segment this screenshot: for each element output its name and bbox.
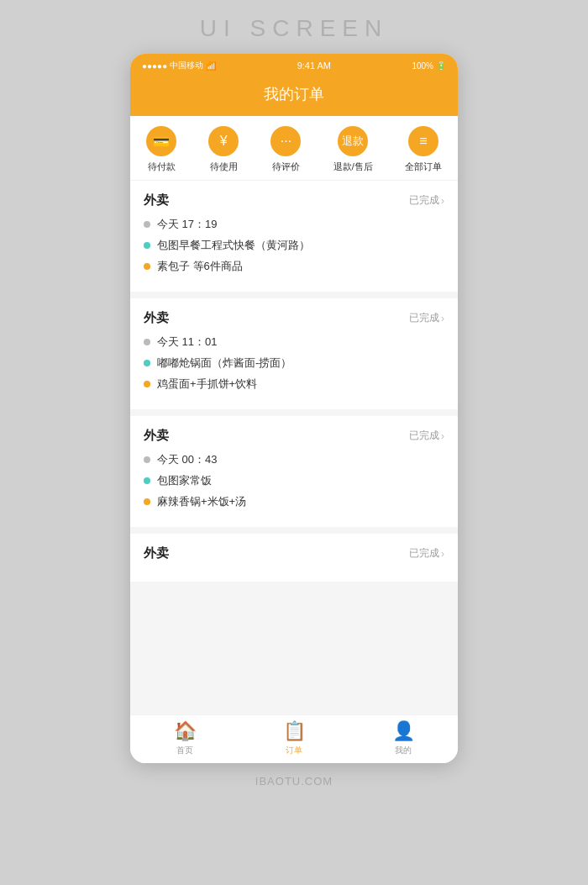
chevron-icon-4: › bbox=[441, 548, 444, 560]
all-orders-icon: ≡ bbox=[408, 126, 438, 156]
order-item-shop-3: 包图家常饭 bbox=[144, 473, 444, 488]
order-time-3: 今天 00：43 bbox=[157, 452, 218, 467]
dot-gray-3 bbox=[144, 456, 150, 463]
status-time: 9:41 AM bbox=[297, 61, 331, 71]
order-header-4: 外卖 已完成 › bbox=[144, 545, 444, 561]
dot-teal-1 bbox=[144, 242, 150, 249]
nav-home-label: 首页 bbox=[176, 745, 193, 756]
order-item-goods-2: 鸡蛋面+手抓饼+饮料 bbox=[144, 377, 444, 392]
status-battery: 100% 🔋 bbox=[412, 61, 446, 71]
order-header-1: 外卖 已完成 › bbox=[144, 192, 444, 208]
order-status-4[interactable]: 已完成 › bbox=[409, 546, 444, 561]
dot-teal-3 bbox=[144, 477, 150, 484]
phone-frame: ●●●●● 中国移动 📶 9:41 AM 100% 🔋 我的订单 💳 待付款 ¥… bbox=[130, 54, 458, 763]
order-item-time-3: 今天 00：43 bbox=[144, 452, 444, 467]
mine-icon: 👤 bbox=[392, 720, 415, 742]
chevron-icon-3: › bbox=[441, 430, 444, 442]
order-type-1: 外卖 bbox=[144, 192, 169, 208]
wallet-icon: 💳 bbox=[146, 126, 176, 156]
order-type-2: 外卖 bbox=[144, 310, 169, 326]
tab-refund-label: 退款/售后 bbox=[333, 161, 373, 173]
nav-home[interactable]: 🏠 首页 bbox=[174, 720, 197, 756]
order-shop-1: 包图早餐工程式快餐（黄河路） bbox=[157, 238, 310, 253]
battery-icon: 🔋 bbox=[436, 61, 446, 71]
nav-orders[interactable]: 📋 订单 bbox=[283, 720, 306, 756]
order-shop-2: 嘟嘟炝锅面（炸酱面-捞面） bbox=[157, 356, 291, 371]
dot-teal-2 bbox=[144, 360, 150, 366]
order-card-2: 外卖 已完成 › 今天 11：01 嘟嘟炝锅面（炸酱面-捞面） 鸡蛋面+手抓饼+… bbox=[130, 298, 458, 409]
tab-all-orders[interactable]: ≡ 全部订单 bbox=[405, 126, 442, 173]
order-item-goods-3: 麻辣香锅+米饭+汤 bbox=[144, 494, 444, 509]
order-status-3[interactable]: 已完成 › bbox=[409, 429, 444, 443]
order-status-2[interactable]: 已完成 › bbox=[409, 311, 444, 325]
order-goods-1: 素包子 等6件商品 bbox=[157, 259, 243, 274]
chevron-icon-2: › bbox=[441, 313, 444, 324]
order-goods-3: 麻辣香锅+米饭+汤 bbox=[157, 494, 246, 509]
chevron-icon-1: › bbox=[441, 195, 444, 207]
order-item-goods-1: 素包子 等6件商品 bbox=[144, 259, 444, 274]
order-card-1: 外卖 已完成 › 今天 17：19 包图早餐工程式快餐（黄河路） 素包子 等6件… bbox=[130, 181, 458, 292]
dot-orange-2 bbox=[144, 381, 150, 387]
status-bar: ●●●●● 中国移动 📶 9:41 AM 100% 🔋 bbox=[130, 54, 458, 76]
order-type-4: 外卖 bbox=[144, 545, 169, 561]
order-time-1: 今天 17：19 bbox=[157, 217, 218, 232]
title-bar: 我的订单 bbox=[130, 76, 458, 116]
home-icon: 🏠 bbox=[174, 720, 197, 742]
refund-icon: 退款 bbox=[338, 126, 368, 156]
tab-pending-use-label: 待使用 bbox=[210, 161, 238, 173]
footer-label: IBAOTU.COM bbox=[255, 775, 333, 788]
tab-pending-review-label: 待评价 bbox=[272, 161, 300, 173]
nav-mine[interactable]: 👤 我的 bbox=[392, 720, 415, 756]
tab-pending-review[interactable]: ··· 待评价 bbox=[270, 126, 301, 173]
battery-text: 100% bbox=[412, 61, 433, 71]
ticket-icon: ¥ bbox=[208, 126, 239, 156]
category-tabs: 💳 待付款 ¥ 待使用 ··· 待评价 退款 退款/售后 ≡ 全部订单 bbox=[130, 116, 458, 181]
order-list: 外卖 已完成 › 今天 17：19 包图早餐工程式快餐（黄河路） 素包子 等6件… bbox=[130, 181, 458, 714]
dot-gray-1 bbox=[144, 221, 150, 228]
order-item-time-1: 今天 17：19 bbox=[144, 217, 444, 232]
order-goods-2: 鸡蛋面+手抓饼+饮料 bbox=[157, 377, 257, 392]
order-shop-3: 包图家常饭 bbox=[157, 473, 212, 488]
order-item-shop-1: 包图早餐工程式快餐（黄河路） bbox=[144, 238, 444, 253]
bottom-nav: 🏠 首页 📋 订单 👤 我的 bbox=[130, 714, 458, 763]
nav-orders-label: 订单 bbox=[286, 745, 302, 756]
order-item-time-2: 今天 11：01 bbox=[144, 335, 444, 350]
status-carrier: ●●●●● 中国移动 📶 bbox=[142, 60, 216, 71]
carrier-name: 中国移动 bbox=[170, 60, 203, 71]
order-type-3: 外卖 bbox=[144, 428, 169, 444]
signal-dots: ●●●●● bbox=[142, 61, 167, 71]
order-time-2: 今天 11：01 bbox=[157, 335, 218, 350]
tab-pending-payment[interactable]: 💳 待付款 bbox=[146, 126, 176, 173]
tab-all-orders-label: 全部订单 bbox=[405, 161, 442, 173]
order-header-3: 外卖 已完成 › bbox=[144, 428, 444, 444]
tab-pending-use[interactable]: ¥ 待使用 bbox=[208, 126, 239, 173]
page-label: UI SCREEN bbox=[200, 15, 388, 42]
tab-pending-payment-label: 待付款 bbox=[148, 161, 176, 173]
orders-icon: 📋 bbox=[283, 720, 306, 742]
dot-orange-3 bbox=[144, 498, 150, 505]
order-card-4: 外卖 已完成 › bbox=[130, 534, 458, 582]
wifi-icon: 📶 bbox=[206, 61, 216, 71]
nav-mine-label: 我的 bbox=[395, 745, 412, 756]
order-card-3: 外卖 已完成 › 今天 00：43 包图家常饭 麻辣香锅+米饭+汤 bbox=[130, 416, 458, 527]
dot-gray-2 bbox=[144, 339, 150, 345]
dot-orange-1 bbox=[144, 263, 150, 270]
tab-refund[interactable]: 退款 退款/售后 bbox=[333, 126, 373, 173]
order-header-2: 外卖 已完成 › bbox=[144, 310, 444, 326]
page-title: 我的订单 bbox=[264, 86, 324, 103]
order-item-shop-2: 嘟嘟炝锅面（炸酱面-捞面） bbox=[144, 356, 444, 371]
review-icon: ··· bbox=[270, 126, 301, 156]
order-status-1[interactable]: 已完成 › bbox=[409, 193, 444, 208]
